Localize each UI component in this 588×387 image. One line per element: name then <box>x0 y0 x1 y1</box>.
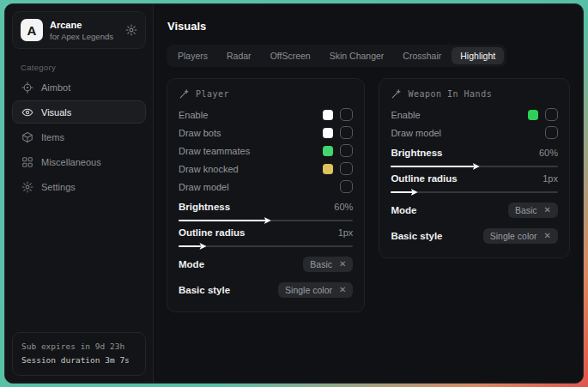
chip-remove-icon[interactable]: ✕ <box>544 205 551 215</box>
panels-container: PlayerEnableDraw botsDraw teammatesDraw … <box>167 78 570 312</box>
slider-fill <box>179 220 266 221</box>
sidebar-item-label: Visuals <box>41 107 71 118</box>
slider-label: Brightness <box>391 148 442 158</box>
sidebar: A Arcane for Apex Legends Category Aimbo… <box>5 4 154 383</box>
slider-label: Outline radius <box>391 173 457 184</box>
sidebar-item-label: Settings <box>41 182 76 192</box>
slider-row: Brightness60% <box>391 148 558 167</box>
crosshair-icon <box>21 82 33 94</box>
chip-label: Single color <box>285 285 332 295</box>
slider-value: 60% <box>539 148 558 158</box>
tab-highlight[interactable]: Highlight <box>452 47 504 64</box>
color-swatch[interactable] <box>323 164 333 174</box>
chip-label: Basic <box>515 205 537 215</box>
tab-radar[interactable]: Radar <box>218 47 260 64</box>
gear-icon <box>21 181 33 193</box>
chip-row: ModeBasic✕ <box>179 255 353 273</box>
color-swatch[interactable] <box>323 128 333 138</box>
checkbox[interactable] <box>340 162 353 175</box>
checkbox[interactable] <box>340 144 353 157</box>
wand-icon <box>391 88 402 100</box>
toggle-label: Draw model <box>179 182 229 192</box>
session-info: Sub expires in 9d 23h Session duration 3… <box>12 332 146 376</box>
chip-remove-icon[interactable]: ✕ <box>339 285 346 294</box>
checkbox[interactable] <box>340 180 353 193</box>
sidebar-item-items[interactable]: Items <box>12 125 146 148</box>
tab-players[interactable]: Players <box>169 47 216 64</box>
checkbox[interactable] <box>340 126 353 139</box>
chip-row-label: Mode <box>391 205 416 215</box>
slider-fill <box>179 245 201 247</box>
chip-row-label: Basic style <box>179 285 230 295</box>
toggle-label: Enable <box>391 110 420 120</box>
toggle-label: Draw model <box>391 128 441 138</box>
category-label: Category <box>21 63 146 72</box>
chip[interactable]: Basic✕ <box>508 203 558 218</box>
chip-label: Single color <box>490 231 537 241</box>
app-name: Arcane <box>50 20 118 30</box>
gear-icon[interactable] <box>125 24 137 36</box>
slider-track[interactable] <box>391 191 558 193</box>
panel-title: Weapon In Hands <box>408 89 492 99</box>
toggle-row: Enable <box>391 106 558 124</box>
chip-row: ModeBasic✕ <box>391 201 558 219</box>
sidebar-item-aimbot[interactable]: Aimbot <box>12 76 146 99</box>
sidebar-item-label: Miscellaneous <box>41 157 101 167</box>
sidebar-item-miscellaneous[interactable]: Miscellaneous <box>12 150 146 173</box>
chip[interactable]: Single color✕ <box>483 228 558 244</box>
chip-remove-icon[interactable]: ✕ <box>339 259 346 269</box>
toggle-label: Draw knocked <box>179 164 239 174</box>
chip-row-label: Mode <box>179 259 204 269</box>
app-logo: A <box>21 19 43 41</box>
tab-offscreen[interactable]: OffScreen <box>262 47 319 64</box>
panel-weapon-in-hands: Weapon In HandsEnableDraw modelBrightnes… <box>379 78 570 258</box>
app-window: A Arcane for Apex Legends Category Aimbo… <box>4 3 584 384</box>
chip-remove-icon[interactable]: ✕ <box>544 231 551 240</box>
panel-header: Player <box>179 88 353 100</box>
toggle-row: Draw knocked <box>179 160 353 178</box>
toggle-label: Enable <box>179 110 208 120</box>
cube-icon <box>21 131 33 143</box>
chip-row-label: Basic style <box>391 231 442 241</box>
tab-bar: PlayersRadarOffScreenSkin ChangerCrossha… <box>167 45 506 67</box>
sidebar-item-visuals[interactable]: Visuals <box>12 100 146 124</box>
slider-fill <box>391 191 412 193</box>
page-title: Visuals <box>167 20 570 33</box>
slider-fill <box>391 166 474 167</box>
color-swatch[interactable] <box>528 110 538 120</box>
chip[interactable]: Single color✕ <box>278 282 353 298</box>
chip[interactable]: Basic✕ <box>303 257 353 272</box>
sidebar-item-label: Items <box>41 132 64 142</box>
sub-expiry-text: Sub expires in 9d 23h <box>21 340 136 354</box>
slider-value: 60% <box>334 202 353 212</box>
app-subtitle: for Apex Legends <box>50 32 118 41</box>
slider-track[interactable] <box>179 245 353 247</box>
slider-track[interactable] <box>391 166 558 167</box>
slider-row: Outline radius1px <box>391 173 558 193</box>
chip-row: Basic styleSingle color✕ <box>391 227 558 245</box>
sidebar-item-settings[interactable]: Settings <box>12 175 146 198</box>
session-duration-text: Session duration 3m 7s <box>21 354 136 368</box>
slider-label: Brightness <box>179 202 230 212</box>
toggle-row: Draw teammates <box>179 142 353 160</box>
slider-value: 1px <box>543 173 558 184</box>
slider-row: Outline radius1px <box>179 227 353 247</box>
brand-card: A Arcane for Apex Legends <box>12 11 146 49</box>
sidebar-nav: AimbotVisualsItemsMiscellaneousSettings <box>12 76 146 198</box>
checkbox[interactable] <box>340 108 353 121</box>
checkbox[interactable] <box>545 108 558 121</box>
toggle-row: Enable <box>179 106 353 124</box>
grid-icon <box>21 156 33 168</box>
toggle-label: Draw bots <box>179 128 221 138</box>
chip-label: Basic <box>310 259 332 269</box>
slider-track[interactable] <box>179 220 353 221</box>
toggle-row: Draw model <box>179 178 353 196</box>
checkbox[interactable] <box>545 126 558 139</box>
color-swatch[interactable] <box>323 110 333 120</box>
slider-label: Outline radius <box>179 227 245 238</box>
tab-crosshair[interactable]: Crosshair <box>394 47 450 64</box>
tab-skin-changer[interactable]: Skin Changer <box>321 47 393 64</box>
slider-row: Brightness60% <box>179 202 353 221</box>
color-swatch[interactable] <box>323 146 333 156</box>
eye-icon <box>21 106 33 118</box>
